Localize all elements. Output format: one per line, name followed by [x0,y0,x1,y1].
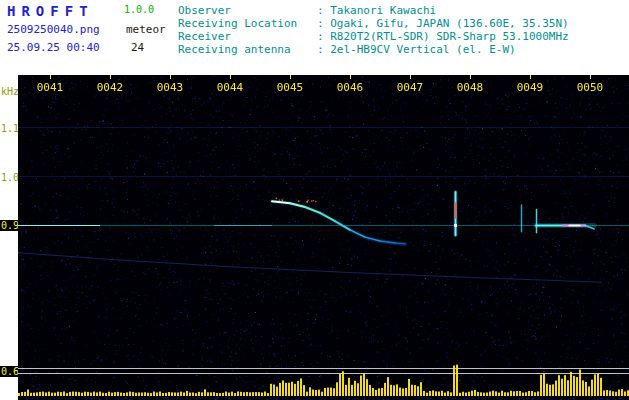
info-row-observer: ObserverTakanori Kawachi [178,4,569,17]
station-info: ObserverTakanori Kawachi Receiving Locat… [178,4,569,56]
frequency-axis: kHz 1.11.00.90.6 [0,75,18,400]
app-version: 1.0.0 [124,4,154,15]
app-title: HROFFT [7,3,94,19]
spectrogram-plot: 0041004200430044004500460047004800490050 [18,75,629,400]
info-value: Ogaki, Gifu, JAPAN (136.60E, 35.35N) [317,17,569,30]
info-label: Receiver [178,30,317,43]
freq-axis-label: 1.1 [1,123,19,134]
info-label: Receiving antenna [178,43,317,56]
info-value: R820T2(RTL-SDR) SDR-Sharp 53.1000MHz [317,30,569,43]
info-value: 2el-HB9CV Vertical (el. E-W) [317,43,516,56]
info-row-receiver: ReceiverR820T2(RTL-SDR) SDR-Sharp 53.100… [178,30,569,43]
info-value: Takanori Kawachi [317,4,436,17]
freq-axis-label: 1.0 [1,172,19,183]
info-label: Receiving Location [178,17,317,30]
output-filename: 2509250040.png [7,23,100,36]
header: HROFFT 1.0.0 2509250040.png meteor 25.09… [0,0,629,75]
mode-label: meteor [126,23,166,36]
echo-count: 24 [131,41,144,54]
freq-axis-unit: kHz [1,86,19,97]
info-label: Observer [178,4,317,17]
info-row-antenna: Receiving antenna2el-HB9CV Vertical (el.… [178,43,569,56]
info-row-location: Receiving LocationOgaki, Gifu, JAPAN (13… [178,17,569,30]
record-datetime: 25.09.25 00:40 [7,41,100,54]
hrofft-window: HROFFT 1.0.0 2509250040.png meteor 25.09… [0,0,629,400]
spectrogram-canvas [18,75,629,400]
